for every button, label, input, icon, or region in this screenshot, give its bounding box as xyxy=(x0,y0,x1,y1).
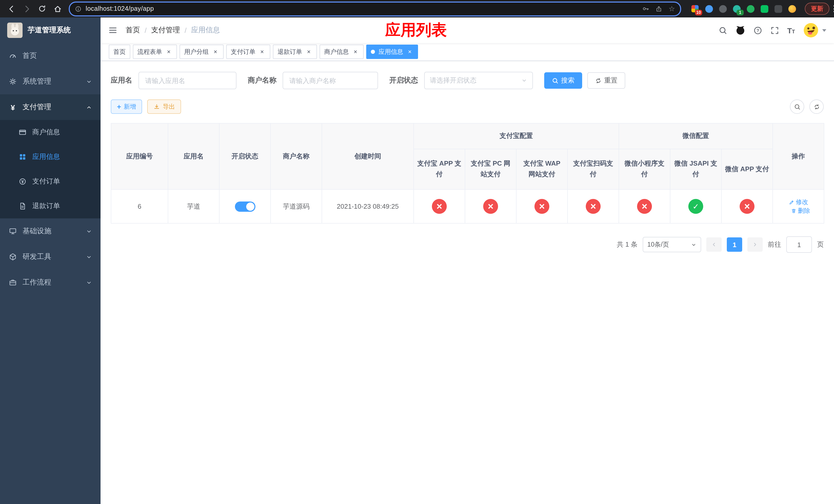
search-icon xyxy=(552,77,558,84)
extension-puzzle-icon[interactable] xyxy=(773,4,783,13)
total-count: 共 1 条 xyxy=(617,240,638,249)
close-icon[interactable] xyxy=(212,48,219,55)
export-button[interactable]: 导出 xyxy=(147,99,181,114)
breadcrumb-separator: / xyxy=(185,26,187,35)
delete-link[interactable]: 删除 xyxy=(791,206,810,215)
prev-page-button[interactable] xyxy=(706,237,722,252)
address-bar[interactable]: localhost:1024/pay/app ☆ xyxy=(69,1,681,16)
sidebar-toggle-icon[interactable] xyxy=(108,26,117,35)
sidebar-item-merchant-info[interactable]: 商户信息 xyxy=(0,120,101,144)
app-name-input[interactable] xyxy=(138,72,237,89)
merchant-name-input[interactable] xyxy=(283,72,378,89)
page-number-1[interactable]: 1 xyxy=(727,237,742,252)
tab-user-group[interactable]: 用户分组 xyxy=(179,45,224,59)
tab-home[interactable]: 首页 xyxy=(109,45,130,59)
fullscreen-icon[interactable] xyxy=(770,26,779,35)
tab-merchant-info[interactable]: 商户信息 xyxy=(320,45,364,59)
sidebar-item-app-info[interactable]: 应用信息 xyxy=(0,144,101,169)
github-icon[interactable] xyxy=(735,25,745,35)
sidebar-item-home[interactable]: 首页 xyxy=(0,43,101,69)
sidebar-item-refund-order[interactable]: 退款订单 xyxy=(0,194,101,219)
app-name-label: 应用名 xyxy=(111,76,132,85)
sidebar-item-system[interactable]: 系统管理 xyxy=(0,69,101,94)
close-icon[interactable] xyxy=(352,48,359,55)
url-text: localhost:1024/pay/app xyxy=(86,5,154,12)
tab-flow-form[interactable]: 流程表单 xyxy=(133,45,177,59)
search-form: 应用名 商户名称 开启状态 请选择开启状态 xyxy=(111,72,824,89)
close-icon[interactable] xyxy=(305,48,312,55)
next-page-button[interactable] xyxy=(747,237,763,252)
briefcase-icon xyxy=(9,278,17,287)
key-icon[interactable] xyxy=(642,5,650,12)
extension-green-circle-icon[interactable] xyxy=(746,4,755,13)
browser-update-button[interactable]: 更新 xyxy=(805,3,829,15)
alipay-qr-status-icon xyxy=(586,199,601,214)
tab-refund-order[interactable]: 退款订单 xyxy=(273,45,317,59)
extension-wechat-icon[interactable] xyxy=(760,4,769,13)
refresh-icon xyxy=(595,77,602,84)
sidebar-item-pay-order[interactable]: 支付订单 xyxy=(0,169,101,194)
home-icon[interactable] xyxy=(50,2,65,16)
add-button[interactable]: + 新增 xyxy=(111,99,142,114)
sidebar-item-payment[interactable]: ¥ 支付管理 xyxy=(0,94,101,120)
reload-icon[interactable] xyxy=(35,2,49,16)
svg-text:?: ? xyxy=(756,28,759,33)
col-alipay-wap: 支付宝 WAP 网站支付 xyxy=(516,149,568,189)
extension-blue-icon[interactable] xyxy=(704,4,714,13)
refresh-icon[interactable] xyxy=(809,99,824,114)
caret-down-icon xyxy=(822,29,826,31)
avatar-image xyxy=(803,23,819,38)
goto-suffix: 页 xyxy=(817,240,824,249)
breadcrumb-payment[interactable]: 支付管理 xyxy=(151,26,180,35)
table-toolbar: + 新增 导出 xyxy=(111,99,824,114)
chevron-down-icon xyxy=(691,242,697,247)
col-merchant: 商户名称 xyxy=(270,123,322,189)
bookmark-star-icon[interactable]: ☆ xyxy=(668,5,675,12)
dashboard-icon xyxy=(9,52,17,60)
close-icon[interactable] xyxy=(165,48,172,55)
font-size-icon[interactable]: TT xyxy=(787,26,795,35)
status-switch[interactable] xyxy=(235,201,255,211)
chevron-down-icon xyxy=(86,228,92,234)
download-icon xyxy=(153,103,160,110)
search-icon[interactable] xyxy=(718,26,727,35)
top-navbar: 首页 / 支付管理 / 应用信息 应用列表 ? TT xyxy=(101,18,834,43)
forward-icon[interactable] xyxy=(20,2,34,16)
chevron-down-icon xyxy=(86,280,92,285)
extension-emoji-icon[interactable] xyxy=(787,4,796,13)
extension-badge: 1 xyxy=(737,10,744,15)
site-info-icon[interactable] xyxy=(75,5,82,12)
close-icon[interactable] xyxy=(406,48,413,55)
group-wechat-config: 微信配置 xyxy=(619,123,773,149)
extension-grid-icon[interactable]: 10 xyxy=(690,4,700,13)
page-size-select[interactable]: 10条/页 xyxy=(643,237,701,252)
logo-image xyxy=(7,23,23,38)
reset-button[interactable]: 重置 xyxy=(587,72,625,89)
goto-page-input[interactable] xyxy=(786,236,812,253)
close-icon[interactable] xyxy=(259,48,266,55)
toggle-search-icon[interactable] xyxy=(790,99,804,114)
tab-pay-order[interactable]: 支付订单 xyxy=(226,45,270,59)
help-icon[interactable]: ? xyxy=(753,26,762,35)
status-label: 开启状态 xyxy=(389,76,418,85)
tab-app-info[interactable]: 应用信息 xyxy=(366,45,418,59)
chevron-down-icon xyxy=(86,254,92,260)
sidebar-item-dev-tools[interactable]: 研发工具 xyxy=(0,244,101,270)
status-select[interactable]: 请选择开启状态 xyxy=(424,72,533,89)
breadcrumb-home[interactable]: 首页 xyxy=(126,26,140,35)
edit-link[interactable]: 修改 xyxy=(789,198,808,206)
extension-avatar-icon[interactable]: 1 xyxy=(732,4,741,13)
sidebar-item-infra[interactable]: 基础设施 xyxy=(0,219,101,244)
share-icon[interactable] xyxy=(656,5,662,12)
col-alipay-pc: 支付宝 PC 网站支付 xyxy=(465,149,516,189)
back-icon[interactable] xyxy=(4,2,19,16)
breadcrumb-current: 应用信息 xyxy=(191,26,220,35)
user-avatar[interactable] xyxy=(803,23,826,38)
alipay-pc-status-icon xyxy=(483,199,498,214)
sidebar-item-workflow[interactable]: 工作流程 xyxy=(0,270,101,295)
app-logo[interactable]: 芋道管理系统 xyxy=(0,18,101,43)
extension-gray-icon[interactable] xyxy=(718,4,727,13)
search-button[interactable]: 搜索 xyxy=(544,72,582,89)
status-cell xyxy=(219,189,270,223)
pagination: 共 1 条 10条/页 1 前往 页 xyxy=(111,236,824,253)
